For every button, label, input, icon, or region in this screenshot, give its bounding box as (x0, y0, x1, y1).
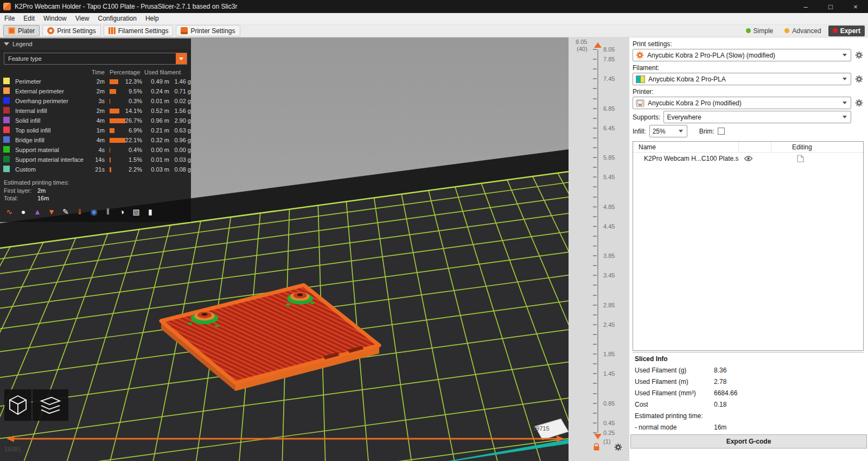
feature-percentage: 26.7% (125, 117, 142, 124)
feature-filament-g: 0.02 g (169, 98, 191, 104)
feature-label: Internal infill (15, 108, 91, 114)
layer-slider-upper-handle[interactable] (594, 42, 602, 48)
legend-feature-row[interactable]: Perimeter 2m 12.3% 0.49 m 1.46 g (0, 77, 191, 86)
menubar-item[interactable]: Window (39, 13, 71, 24)
print-settings-value: Anycubic Kobra 2 Pro-PLA (Slow) (modifie… (647, 52, 839, 59)
feature-time: 1m (91, 127, 106, 134)
feature-color-swatch (3, 97, 10, 104)
tab-icon (8, 27, 15, 34)
view-type-select[interactable]: Feature type (4, 53, 187, 65)
feature-time: 4m (91, 117, 106, 124)
close-button[interactable]: × (843, 0, 868, 13)
tab-label: Print Settings (57, 27, 95, 35)
menubar-item[interactable]: Help (141, 13, 163, 24)
percentage-bar (110, 138, 125, 143)
legend-rows: Perimeter 2m 12.3% 0.49 m 1.46 g Externa… (0, 77, 191, 174)
pause-prints-icon[interactable]: ◉ (89, 207, 99, 217)
menubar-item[interactable]: Configuration (94, 13, 141, 24)
tab-print-settings[interactable]: Print Settings (42, 25, 100, 36)
feature-percentage: 12.3% (125, 78, 142, 85)
slider-right-handle[interactable] (557, 435, 564, 442)
legend-feature-row[interactable]: Internal infill 2m 14.1% 0.52 m 1.56 g (0, 106, 191, 116)
filament-gear-icon[interactable] (854, 75, 864, 83)
legend-feature-row[interactable]: Support material 4s 0.4% 0.00 m 0.00 g (0, 145, 191, 155)
menubar: FileEditWindowViewConfigurationHelp (0, 13, 868, 24)
slider-left-handle[interactable] (7, 435, 14, 442)
seams-icon[interactable]: ▼ (47, 207, 56, 217)
isometric-view-button[interactable] (4, 389, 31, 421)
color-changes-icon[interactable]: ⇓ (75, 207, 85, 217)
slider-settings-gear-icon[interactable] (614, 443, 622, 452)
tool-marker-icon[interactable]: ▮ (145, 207, 155, 217)
filament-select[interactable]: Anycubic Kobra 2 Pro-PLA (633, 73, 851, 85)
lock-icon[interactable] (593, 443, 600, 452)
feature-percentage: 14.1% (125, 108, 142, 114)
sliced-info-value (714, 411, 863, 422)
menubar-item[interactable]: Edit (19, 13, 39, 24)
chevron-down-icon (843, 102, 847, 104)
menubar-item[interactable]: View (71, 13, 94, 24)
feature-filament-g: 1.56 g (169, 108, 191, 114)
feature-filament-m: 0.49 m (142, 78, 169, 85)
legend-feature-row[interactable]: Custom 21s 2.2% 0.03 m 0.08 g (0, 165, 191, 174)
print-settings-gear-icon[interactable] (854, 51, 864, 59)
3d-viewport[interactable]: Legend Feature type Time Percentage Used… (0, 37, 569, 461)
tab-plater[interactable]: Plater (3, 25, 40, 36)
editing-page-icon[interactable] (771, 155, 863, 162)
supports-value: Everywhere (667, 113, 839, 121)
mode-expert[interactable]: Expert (828, 26, 865, 36)
custom-gcodes-icon[interactable]: ‖ (103, 207, 113, 217)
shells-icon[interactable]: ◑ (117, 207, 127, 217)
layer-slider-lower-handle[interactable] (594, 434, 602, 439)
filament-color-swatch (636, 75, 645, 83)
object-list: Name Editing K2Pro Webcam H...C100 Plate… (633, 141, 864, 351)
deretractions-icon[interactable]: ▲ (33, 207, 42, 217)
feature-filament-m: 0.21 m (142, 127, 169, 134)
legend-feature-row[interactable]: Bridge infill 4m 22.1% 0.32 m 0.96 g (0, 135, 191, 145)
infill-select[interactable]: 25% (649, 125, 687, 137)
object-list-header: Name Editing (633, 142, 863, 153)
tab-printer-settings[interactable]: Printer Settings (176, 25, 240, 36)
tool-changes-icon[interactable]: ✎ (61, 207, 71, 217)
feature-label: Bridge infill (15, 137, 91, 143)
layer-slider-track[interactable] (597, 49, 598, 433)
legend-feature-row[interactable]: Support material interface 14s 1.5% 0.01… (0, 155, 191, 165)
horizontal-range-slider[interactable] (5, 435, 565, 443)
legend-column-headers: Time Percentage Used filament (0, 67, 191, 77)
feature-time: 2m (91, 108, 106, 114)
menubar-item[interactable]: File (0, 13, 19, 24)
travel-moves-icon[interactable]: ∿ (4, 207, 14, 217)
legend-feature-row[interactable]: Solid infill 4m 26.7% 0.96 m 2.90 g (0, 116, 191, 125)
printer-select[interactable]: Anycubic Kobra 2 Pro (modified) (633, 97, 851, 109)
tab-icon (47, 27, 54, 34)
print-settings-select[interactable]: Anycubic Kobra 2 Pro-PLA (Slow) (modifie… (633, 49, 851, 61)
tab-icon (108, 27, 116, 34)
sliced-info-label: Used Filament (g) (635, 365, 714, 376)
mode-advanced[interactable]: Advanced (780, 26, 825, 36)
sliced-info-panel: Sliced Info Used Filament (g) 8.36 Used … (633, 352, 864, 433)
printer-gear-icon[interactable] (854, 99, 864, 107)
export-gcode-button[interactable]: Export G-code (630, 434, 867, 449)
cube-icon (9, 395, 27, 415)
supports-select[interactable]: Everywhere (663, 111, 851, 123)
brim-checkbox[interactable] (718, 128, 725, 135)
tab-filament-settings[interactable]: Filament Settings (104, 25, 174, 36)
legend-feature-row[interactable]: Overhang perimeter 3s 0.3% 0.01 m 0.02 g (0, 96, 191, 106)
minimize-button[interactable]: – (793, 0, 818, 13)
percentage-bar (110, 118, 125, 123)
dropdown-arrow-button[interactable] (176, 53, 187, 64)
layers-view-button[interactable] (33, 389, 68, 421)
infill-value: 25% (653, 128, 675, 135)
object-row[interactable]: K2Pro Webcam H...C100 Plate.stl (633, 153, 863, 165)
legend-collapse-header[interactable]: Legend (0, 39, 191, 49)
legend-feature-row[interactable]: Top solid infill 1m 6.9% 0.21 m 0.63 g (0, 125, 191, 135)
mode-simple[interactable]: Simple (742, 26, 778, 36)
layer-slider-column[interactable]: 8.05 (40) 8.057.857.456.856.455.855.454.… (569, 37, 629, 461)
supports-label: Supports: (633, 113, 660, 121)
legend-feature-row[interactable]: External perimeter 2m 9.5% 0.24 m 0.71 g (0, 86, 191, 96)
maximize-button[interactable]: □ (818, 0, 843, 13)
retractions-icon[interactable]: ● (18, 207, 28, 217)
visibility-eye-icon[interactable] (738, 155, 771, 162)
toolpath-cube-icon[interactable]: ▧ (131, 207, 141, 217)
app-icon (3, 3, 11, 10)
